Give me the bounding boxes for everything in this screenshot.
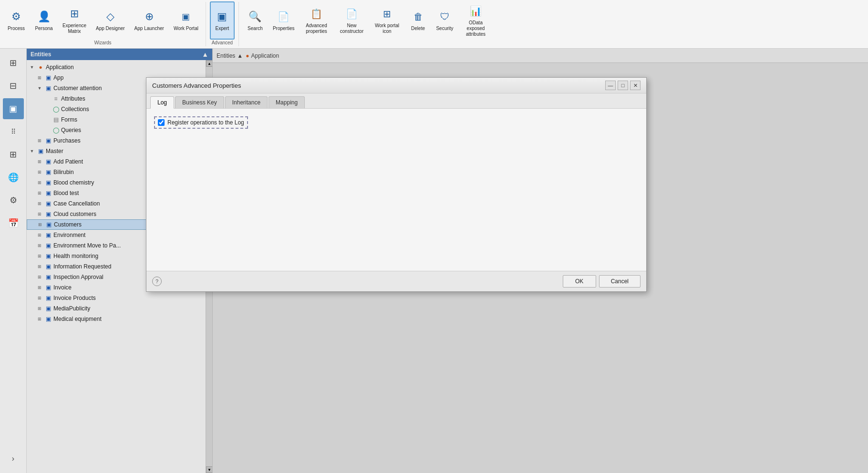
expand-master[interactable]: ▼ [29,148,35,154]
dialog-controls: — □ ✕ [605,81,641,90]
advanced-properties-button[interactable]: 📋 Advanced properties [300,1,333,40]
dialog-help-icon[interactable]: ? [152,277,162,286]
blood-chemistry-icon: ▣ [44,179,52,186]
process-button[interactable]: ⚙ Process [4,1,29,40]
expand-invoice-products[interactable]: ⊞ [36,295,43,301]
expand-blood-test[interactable]: ⊞ [36,190,43,196]
expand-medical-equipment[interactable]: ⊞ [36,316,43,322]
expand-invoice[interactable]: ⊞ [36,284,43,291]
expand-environment[interactable]: ⊞ [36,232,43,238]
sidebar-expand-button[interactable]: › [3,448,24,469]
tree-header-label: Entities [31,51,51,58]
expand-app[interactable]: ⊞ [36,74,43,81]
sidebar-home-button[interactable]: ⊞ [3,52,24,73]
environment-label: Environment [53,232,85,238]
expand-application[interactable]: ▼ [29,64,35,71]
expand-forms[interactable] [44,116,51,123]
expand-queries[interactable] [44,127,51,134]
security-button[interactable]: 🛡 Security [433,1,457,40]
cloud-customers-icon: ▣ [44,210,52,218]
tab-log[interactable]: Log [150,96,174,109]
sidebar-entity-button[interactable]: ▣ [3,98,24,119]
odata-exposed-icon: 📊 [468,4,484,19]
register-operations-label: Register operations to the Log [167,119,244,126]
app-label: App [53,74,63,81]
sidebar-layers-button[interactable]: ⊟ [3,75,24,96]
sidebar-grid-button[interactable]: ⊞ [3,144,24,165]
tab-mapping[interactable]: Mapping [269,96,305,108]
tree-scroll-down[interactable]: ▼ [206,466,213,473]
dialog-cancel-button[interactable]: Cancel [599,275,641,288]
tree-node-media-publicity[interactable]: ⊞ ▣ MediaPublicity [27,303,206,314]
dialog-close-button[interactable]: ✕ [630,81,641,90]
expand-customers[interactable]: ⊞ [37,221,43,228]
tree-node-application[interactable]: ▼ ● Application [27,62,206,72]
invoice-products-label: Invoice Products [53,295,96,301]
tree-scroll-up[interactable]: ▲ [206,60,213,67]
expand-purchases[interactable]: ⊞ [36,137,43,144]
tree-header: Entities ▲ [27,49,212,60]
work-portal-button[interactable]: ▣ Work Portal [170,1,202,40]
expand-customer-attention[interactable]: ▼ [36,85,43,92]
app-launcher-label: App Launcher [134,26,164,31]
expand-blood-chemistry[interactable]: ⊞ [36,179,43,186]
sidebar-gear-button[interactable]: ⚙ [3,190,24,211]
work-portal-label: Work Portal [174,26,198,31]
toolbar-group-wizards: ⚙ Process 👤 Persona ⊞ Experience Matrix … [0,2,206,46]
app-launcher-button[interactable]: ⊕ App Launcher [131,1,167,40]
expand-information-requested[interactable]: ⊞ [36,263,43,270]
health-monitoring-icon: ▣ [44,252,52,260]
odata-exposed-button[interactable]: 📊 OData exposed attributes [459,1,493,40]
expand-attributes[interactable] [44,95,51,102]
add-patient-icon: ▣ [44,158,52,165]
app-designer-button[interactable]: ◇ App Designer [93,1,128,40]
search-button[interactable]: 🔍 Search [243,1,268,40]
expand-cloud-customers[interactable]: ⊞ [36,211,43,217]
expand-environment-move[interactable]: ⊞ [36,242,43,249]
app-icon: ▣ [44,74,52,82]
blood-chemistry-label: Blood chemistry [53,179,94,186]
breadcrumb-arrow: ▲ [237,52,243,59]
tree-node-invoice-products[interactable]: ⊞ ▣ Invoice Products [27,293,206,303]
tab-business-key[interactable]: Business Key [175,96,224,108]
dialog-footer: ? OK Cancel [146,271,646,291]
dialog-maximize-button[interactable]: □ [618,81,628,90]
attributes-label: Attributes [61,95,85,102]
sidebar-globe-button[interactable]: 🌐 [3,167,24,188]
purchases-icon: ▣ [44,137,52,144]
delete-button[interactable]: 🗑 Delete [406,1,431,40]
expand-case-cancellation[interactable]: ⊞ [36,200,43,207]
tree-node-medical-equipment[interactable]: ⊞ ▣ Medical equipment [27,314,206,324]
media-publicity-label: MediaPublicity [53,305,90,312]
customer-attention-icon: ▣ [44,84,52,92]
dialog-ok-button[interactable]: OK [563,275,596,288]
tab-inheritance[interactable]: Inheritance [225,96,268,108]
sidebar-calendar-button[interactable]: 📅 [3,213,24,234]
persona-button[interactable]: 👤 Persona [31,1,56,40]
breadcrumb-entities-label: Entities [217,52,235,59]
expand-inspection-approval[interactable]: ⊞ [36,274,43,280]
sidebar-dots-button[interactable]: ⠿ [3,121,24,142]
work-portal-icon-label: Work portal icon [374,23,401,34]
expert-icon: ▣ [215,9,230,24]
purchases-label: Purchases [53,137,81,144]
expand-add-patient[interactable]: ⊞ [36,158,43,165]
health-monitoring-label: Health monitoring [53,253,98,259]
toolbar-group-actions: 🔍 Search 📄 Properties 📋 Advanced propert… [239,2,496,46]
properties-button[interactable]: 📄 Properties [269,1,298,40]
experience-matrix-button[interactable]: ⊞ Experience Matrix [59,1,90,40]
new-constructor-button[interactable]: 📄 New constructor [335,1,369,40]
expand-media-publicity[interactable]: ⊞ [36,305,43,312]
expand-health-monitoring[interactable]: ⊞ [36,253,43,259]
bilirubin-label: Bilirubin [53,169,74,175]
left-sidebar: ⊞ ⊟ ▣ ⠿ ⊞ 🌐 ⚙ 📅 › [0,49,27,473]
expert-button[interactable]: ▣ Expert [210,1,235,40]
expand-collections[interactable] [44,106,51,113]
register-operations-checkbox[interactable] [158,119,165,126]
invoice-products-icon: ▣ [44,294,52,302]
dialog-minimize-button[interactable]: — [605,81,616,90]
dialog-body: Register operations to the Log [146,109,646,271]
expand-bilirubin[interactable]: ⊞ [36,169,43,175]
customers-advanced-properties-dialog: Customers Advanced Properties — □ ✕ Log … [146,77,647,292]
work-portal-icon-button[interactable]: ⊞ Work portal icon [371,1,404,40]
